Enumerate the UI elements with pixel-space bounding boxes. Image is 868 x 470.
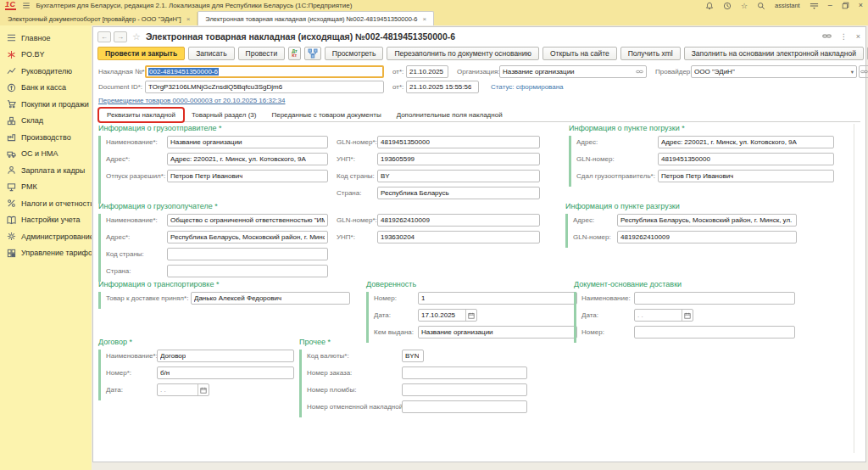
- sidebar-item-payroll[interactable]: Зарплата и кадры: [0, 162, 92, 179]
- notifications-icon[interactable]: [705, 2, 714, 10]
- loading-handed-by-field[interactable]: Петров Петр Иванович: [658, 170, 834, 182]
- related-documents-button[interactable]: [304, 47, 321, 60]
- shipper-address-field[interactable]: Адрес: 220021, г. Минск, ул. Котовского,…: [167, 153, 328, 165]
- refill-from-base-button[interactable]: Перезаполнить по документу основанию: [387, 47, 539, 60]
- shipper-country-code-field[interactable]: BY: [377, 170, 540, 182]
- back-button[interactable]: ←: [97, 31, 111, 42]
- close-tab-icon[interactable]: ×: [186, 15, 191, 23]
- document-datetime-field[interactable]: 21.10.2025 15:55:56: [406, 81, 479, 93]
- view-button[interactable]: Просмотреть: [325, 47, 384, 60]
- menu-icon: [6, 33, 16, 43]
- link-icon[interactable]: [822, 31, 832, 42]
- history-icon[interactable]: [723, 2, 732, 10]
- basis-date-field[interactable]: . .: [634, 309, 693, 322]
- restore-button[interactable]: [842, 2, 849, 9]
- currency-code-field[interactable]: BYN: [402, 350, 424, 362]
- sidebar-item-administration[interactable]: Администрирование: [0, 228, 92, 245]
- form-header: ← → ☆ Электронная товарная накладная (ис…: [97, 30, 860, 43]
- sidebar-item-fixed-assets[interactable]: ОС и НМА: [0, 146, 92, 163]
- post-button[interactable]: Провести: [238, 47, 286, 60]
- minimize-button[interactable]: –: [828, 2, 832, 9]
- invoice-number-field[interactable]: 002-4819451350000-6: [145, 65, 384, 78]
- favorite-star-icon[interactable]: ☆: [132, 31, 141, 42]
- sidebar-item-bank[interactable]: Банк и касса: [0, 80, 92, 97]
- dropdown-icon[interactable]: ▾: [851, 69, 854, 76]
- sidebar-item-warehouse[interactable]: Склад: [0, 113, 92, 130]
- seal-number-field[interactable]: [402, 383, 527, 396]
- contract-number-field[interactable]: б/н: [157, 366, 294, 379]
- favorites-icon[interactable]: ☆: [741, 2, 748, 10]
- tab-additional-fields[interactable]: Дополнительные поля накладной: [389, 108, 510, 121]
- tab-transferred-documents[interactable]: Переданные с товаром документы: [264, 108, 388, 121]
- close-form-icon[interactable]: ×: [856, 32, 860, 41]
- open-link-icon[interactable]: [636, 68, 643, 76]
- loading-gln-field[interactable]: 4819451350000: [658, 153, 834, 165]
- shipper-unp-field[interactable]: 193605599: [377, 153, 540, 165]
- cancelled-waybill-number-field[interactable]: [402, 400, 527, 413]
- section-delivery-basis: Документ-основание доставки Наименование…: [574, 280, 795, 343]
- search-icon[interactable]: [757, 2, 765, 10]
- proxy-issued-by-field[interactable]: Название организации: [418, 326, 577, 339]
- show-postings-button[interactable]: Дт Кт: [288, 47, 301, 60]
- contract-date-field[interactable]: . .: [157, 383, 209, 396]
- tab-goods-section[interactable]: Товарный раздел (3): [184, 108, 264, 121]
- sidebar-item-poby[interactable]: PO.BY: [0, 47, 92, 64]
- consignee-unp-field[interactable]: 193630204: [377, 231, 540, 243]
- basis-name-field[interactable]: [634, 292, 795, 305]
- contract-name-field[interactable]: Договор: [157, 350, 294, 362]
- section-title: Доверенность: [366, 280, 577, 288]
- consignee-name-field[interactable]: Общество с ограниченной ответственностью…: [167, 214, 328, 227]
- fill-from-e-waybill-button[interactable]: Заполнить на основании электронной накла…: [684, 47, 864, 60]
- base-document-link[interactable]: Перемещение товаров 0000-000003 от 20.10…: [98, 97, 286, 104]
- service-menu-icon[interactable]: [810, 2, 819, 10]
- proxy-number-field[interactable]: 1: [418, 292, 577, 305]
- sidebar-item-production[interactable]: Производство: [0, 129, 92, 146]
- shipper-country-field[interactable]: Республика Беларусь: [377, 187, 540, 199]
- close-window-button[interactable]: ×: [859, 2, 863, 9]
- unloading-address-field[interactable]: Республика Беларусь, Московский район, г…: [617, 214, 797, 227]
- proxy-date-field[interactable]: 17.10.2025: [418, 309, 477, 322]
- post-and-close-button[interactable]: Провести и закрыть: [97, 47, 185, 60]
- current-user[interactable]: assistant: [775, 2, 800, 9]
- open-on-site-button[interactable]: Открыть на сайте: [542, 47, 617, 60]
- transport-accepted-by-field[interactable]: Данько Алексей Федорович: [191, 292, 350, 305]
- document-id-field[interactable]: TOrgP32106LMNjGcZnsdiQ5Bqfcu3SgDjm6: [145, 81, 384, 93]
- sidebar-item-taxes[interactable]: Налоги и отчетность: [0, 195, 92, 212]
- more-vertical-icon[interactable]: ⋮: [840, 32, 848, 41]
- app-tab-waybill[interactable]: Электронная товарная накладная (исходяща…: [198, 11, 434, 25]
- shipper-gln-field[interactable]: 4819451350000: [377, 136, 540, 148]
- organization-field[interactable]: Название организации: [499, 65, 647, 78]
- consignee-gln-field[interactable]: 4819262410009: [377, 214, 540, 227]
- consignee-country-field[interactable]: [167, 265, 328, 277]
- shipper-name-field[interactable]: Название организации: [167, 136, 328, 148]
- sidebar-item-rmk[interactable]: РМК: [0, 179, 92, 196]
- consignee-address-field[interactable]: Республика Беларусь, Московский район, г…: [167, 231, 328, 243]
- tab-requisites[interactable]: Реквизиты накладной: [98, 108, 184, 122]
- consignee-country-code-field[interactable]: [167, 248, 328, 260]
- invoice-date-field[interactable]: 21.10.2025: [406, 65, 448, 78]
- calendar-icon[interactable]: [198, 384, 209, 395]
- sidebar-item-purchases[interactable]: Покупки и продажи: [0, 96, 92, 113]
- shipper-release-allowed-field[interactable]: Петров Петр Иванович: [167, 170, 328, 182]
- app-tab-edo[interactable]: Электронный документооборот [провайдер -…: [1, 12, 198, 25]
- field-label: Наименование*:: [106, 216, 167, 224]
- sidebar-item-tariff[interactable]: Управление тарифом: [0, 245, 92, 262]
- provider-open-button[interactable]: [859, 65, 868, 78]
- calendar-icon[interactable]: [465, 310, 476, 321]
- provider-field[interactable]: ООО "ЭДиН" ▾: [691, 65, 857, 78]
- sidebar-item-manager[interactable]: Руководителю: [0, 63, 92, 80]
- loading-address-field[interactable]: Адрес: 220021, г. Минск, ул. Котовского,…: [658, 136, 834, 148]
- close-tab-icon[interactable]: ×: [423, 15, 427, 23]
- sidebar-item-main[interactable]: Главное: [0, 30, 92, 47]
- get-xml-button[interactable]: Получить xml: [620, 47, 681, 60]
- unloading-gln-field[interactable]: 4819262410009: [617, 231, 797, 243]
- save-button[interactable]: Записать: [188, 47, 234, 60]
- order-number-field[interactable]: [402, 366, 527, 379]
- selected-text: 002-4819451350000-6: [148, 68, 219, 76]
- sidebar-item-accounting-settings[interactable]: Настройки учета: [0, 212, 92, 229]
- 1c-logo: 1С: [5, 1, 16, 10]
- basis-number-field[interactable]: [634, 326, 795, 339]
- calendar-icon[interactable]: [682, 310, 693, 321]
- main-menu-icon[interactable]: [22, 2, 31, 9]
- forward-button[interactable]: →: [114, 31, 127, 42]
